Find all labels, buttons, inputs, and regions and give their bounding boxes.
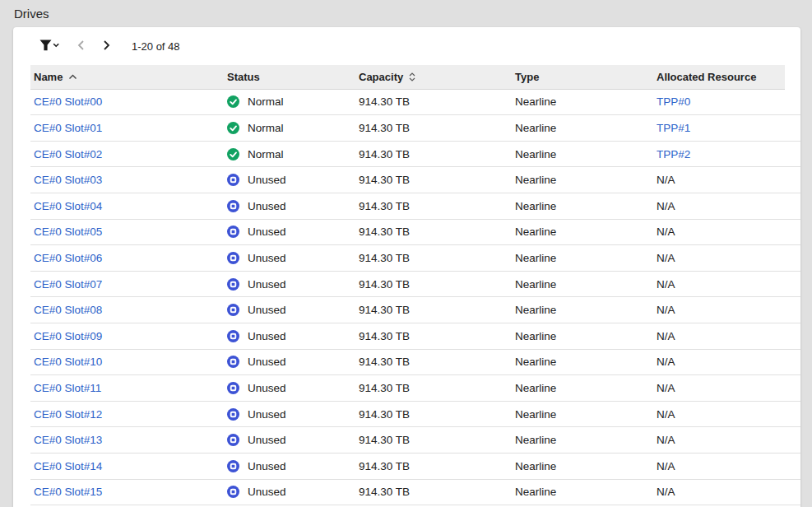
type-value: Nearline — [515, 304, 556, 316]
drive-name-link[interactable]: CE#0 Slot#10 — [34, 356, 102, 368]
column-header-capacity[interactable]: Capacity — [355, 71, 512, 83]
pagination-range-label: 1-20 of 48 — [132, 40, 180, 53]
drive-name-link[interactable]: CE#0 Slot#11 — [34, 382, 101, 394]
status-text: Unused — [248, 252, 286, 264]
table-row: CE#0 Slot#04 Unused 914.30 TB Nearline — [30, 193, 800, 220]
status-text: Unused — [248, 382, 286, 394]
type-value: Nearline — [515, 460, 556, 472]
status-unused-icon — [227, 486, 239, 498]
table-row: CE#0 Slot#09 Unused 914.30 TB Nearline — [30, 323, 800, 350]
drive-name-link[interactable]: CE#0 Slot#15 — [34, 486, 102, 498]
status-unused-icon — [227, 356, 239, 368]
capacity-value: 914.30 TB — [359, 486, 410, 498]
capacity-value: 914.30 TB — [359, 304, 410, 316]
drives-table: Name Status Capacity Type Allocated Reso… — [30, 65, 800, 505]
status-text: Normal — [248, 148, 284, 160]
drive-name-link[interactable]: CE#0 Slot#07 — [34, 278, 102, 291]
status-text: Unused — [248, 330, 286, 342]
sort-both-icon — [409, 72, 415, 81]
type-value: Nearline — [515, 148, 556, 160]
status-text: Unused — [248, 356, 286, 368]
status-text: Unused — [248, 304, 286, 316]
column-header-allocated-resource[interactable]: Allocated Resource — [653, 71, 785, 83]
allocated-resource-value[interactable]: TPP#2 — [657, 148, 690, 160]
type-value: Nearline — [515, 330, 556, 342]
type-value: Nearline — [515, 95, 556, 108]
table-row: CE#0 Slot#14 Unused 914.30 TB Nearline — [30, 454, 800, 480]
type-value: Nearline — [515, 486, 556, 498]
drive-name-link[interactable]: CE#0 Slot#05 — [34, 226, 102, 238]
allocated-resource-value: N/A — [657, 330, 675, 342]
sort-ascending-icon — [68, 74, 77, 80]
status-normal-icon — [227, 95, 239, 108]
table-row: CE#0 Slot#05 Unused 914.30 TB Nearline — [30, 220, 800, 246]
capacity-value: 914.30 TB — [359, 278, 410, 291]
status-unused-icon — [227, 304, 239, 316]
type-value: Nearline — [515, 382, 556, 394]
table-row: CE#0 Slot#00 Normal 914.30 TB Nearline — [30, 90, 800, 116]
table-header-row: Name Status Capacity Type Allocated Reso… — [30, 65, 785, 90]
capacity-value: 914.30 TB — [359, 200, 410, 212]
drive-name-link[interactable]: CE#0 Slot#01 — [34, 122, 102, 134]
allocated-resource-value[interactable]: TPP#1 — [657, 122, 690, 134]
capacity-value: 914.30 TB — [359, 148, 410, 160]
drive-name-link[interactable]: CE#0 Slot#09 — [34, 330, 102, 342]
next-page-button[interactable] — [97, 36, 117, 56]
column-header-name[interactable]: Name — [30, 71, 224, 83]
drive-name-link[interactable]: CE#0 Slot#04 — [34, 200, 102, 212]
allocated-resource-value: N/A — [657, 356, 675, 368]
allocated-resource-value: N/A — [657, 200, 675, 212]
drives-panel: 1-20 of 48 Name Status Capacity Type — [13, 27, 800, 507]
capacity-value: 914.30 TB — [359, 330, 410, 342]
status-text: Unused — [248, 408, 286, 421]
status-text: Normal — [248, 122, 284, 134]
capacity-value: 914.30 TB — [359, 95, 410, 108]
status-unused-icon — [227, 434, 239, 446]
status-normal-icon — [227, 148, 239, 160]
drive-name-link[interactable]: CE#0 Slot#08 — [34, 304, 102, 316]
status-unused-icon — [227, 252, 239, 264]
capacity-value: 914.30 TB — [359, 174, 410, 186]
capacity-value: 914.30 TB — [359, 434, 410, 446]
status-unused-icon — [227, 330, 239, 342]
drive-name-link[interactable]: CE#0 Slot#12 — [34, 408, 102, 421]
status-text: Unused — [248, 278, 286, 291]
type-value: Nearline — [515, 226, 556, 238]
table-row: CE#0 Slot#01 Normal 914.30 TB Nearline — [30, 115, 800, 142]
capacity-value: 914.30 TB — [359, 460, 410, 472]
table-row: CE#0 Slot#10 Unused 914.30 TB Nearline — [30, 350, 800, 376]
column-header-status[interactable]: Status — [224, 71, 355, 83]
page-title: Drives — [14, 7, 49, 21]
table-row: CE#0 Slot#07 Unused 914.30 TB Nearline — [30, 272, 800, 298]
status-unused-icon — [227, 460, 239, 472]
table-row: CE#0 Slot#12 Unused 914.30 TB Nearline — [30, 402, 800, 428]
status-unused-icon — [227, 408, 239, 421]
drive-name-link[interactable]: CE#0 Slot#14 — [34, 460, 102, 472]
type-value: Nearline — [515, 122, 556, 134]
status-text: Unused — [248, 460, 286, 472]
type-value: Nearline — [515, 252, 556, 264]
status-text: Unused — [248, 486, 286, 498]
previous-page-button[interactable] — [71, 36, 90, 56]
type-value: Nearline — [515, 408, 556, 421]
drive-name-link[interactable]: CE#0 Slot#03 — [34, 174, 102, 186]
table-row: CE#0 Slot#13 Unused 914.30 TB Nearline — [30, 427, 800, 454]
chevron-right-icon — [103, 40, 111, 53]
column-header-type[interactable]: Type — [512, 71, 653, 83]
drive-name-link[interactable]: CE#0 Slot#02 — [34, 148, 102, 160]
allocated-resource-value: N/A — [657, 382, 675, 394]
status-text: Unused — [248, 174, 286, 186]
type-value: Nearline — [515, 200, 556, 212]
status-unused-icon — [227, 200, 239, 212]
allocated-resource-value: N/A — [657, 304, 675, 316]
drive-name-link[interactable]: CE#0 Slot#06 — [34, 252, 102, 264]
table-row: CE#0 Slot#06 Unused 914.30 TB Nearline — [30, 245, 800, 272]
drive-name-link[interactable]: CE#0 Slot#00 — [34, 95, 102, 108]
allocated-resource-value[interactable]: TPP#0 — [657, 95, 690, 108]
status-text: Unused — [248, 200, 286, 212]
filter-button[interactable] — [39, 36, 61, 56]
table-row: CE#0 Slot#02 Normal 914.30 TB Nearline — [30, 142, 800, 168]
table-row: CE#0 Slot#03 Unused 914.30 TB Nearline — [30, 167, 800, 193]
drive-name-link[interactable]: CE#0 Slot#13 — [34, 434, 102, 446]
status-normal-icon — [227, 122, 239, 134]
